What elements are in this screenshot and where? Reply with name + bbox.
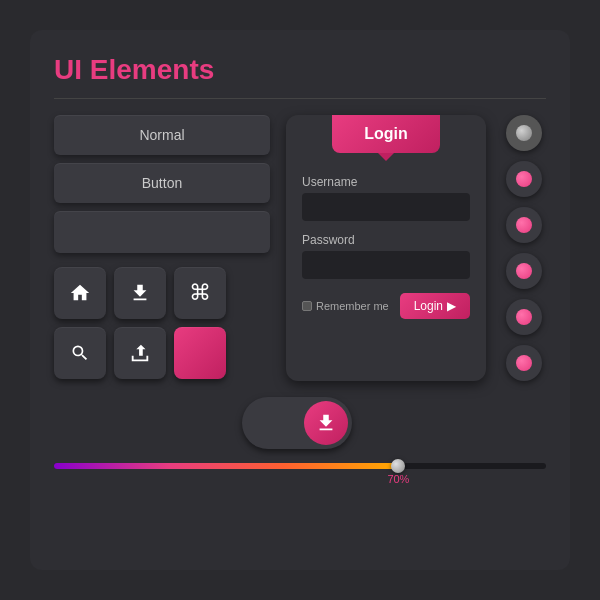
left-column: Normal Button ⌘: [54, 115, 270, 381]
remember-checkbox[interactable]: [302, 301, 312, 311]
home-icon: [69, 282, 91, 304]
search-button[interactable]: [54, 327, 106, 379]
download-button[interactable]: [114, 267, 166, 319]
button-button[interactable]: Button: [54, 163, 270, 203]
main-row: Normal Button ⌘: [54, 115, 546, 381]
download-icon: [129, 282, 151, 304]
search-icon: [70, 343, 90, 363]
radio-dot-gray: [516, 125, 532, 141]
bottom-row: [54, 397, 546, 449]
command-button[interactable]: ⌘: [174, 267, 226, 319]
username-input[interactable]: [302, 193, 470, 221]
username-label: Username: [302, 175, 357, 189]
toggle-slider[interactable]: [242, 397, 352, 449]
home-button[interactable]: [54, 267, 106, 319]
radio-item-4[interactable]: [506, 253, 542, 289]
progress-section: 70%: [54, 463, 546, 487]
radio-item-6[interactable]: [506, 345, 542, 381]
password-input[interactable]: [302, 251, 470, 279]
login-footer: Remember me Login ▶: [302, 293, 470, 319]
normal-button[interactable]: Normal: [54, 115, 270, 155]
password-label: Password: [302, 233, 355, 247]
radio-item-3[interactable]: [506, 207, 542, 243]
radio-item-5[interactable]: [506, 299, 542, 335]
icon-grid: ⌘: [54, 267, 270, 379]
login-arrow-icon: ▶: [447, 299, 456, 313]
login-tab: Login: [332, 115, 440, 153]
progress-label: 70%: [387, 473, 409, 485]
radio-column: [502, 115, 546, 381]
toggle-download-icon: [315, 412, 337, 434]
radio-dot-pink-3: [516, 263, 532, 279]
login-submit-button[interactable]: Login ▶: [400, 293, 470, 319]
upload-icon: [129, 342, 151, 364]
upload-button[interactable]: [114, 327, 166, 379]
command-icon: ⌘: [189, 280, 211, 306]
main-container: UI Elements Normal Button: [30, 30, 570, 570]
remember-label: Remember me: [316, 300, 389, 312]
page-title: UI Elements: [54, 54, 546, 86]
radio-dot-pink-1: [516, 171, 532, 187]
pink-square-button[interactable]: [174, 327, 226, 379]
radio-item-2[interactable]: [506, 161, 542, 197]
radio-dot-pink-2: [516, 217, 532, 233]
radio-dot-pink-5: [516, 355, 532, 371]
toggle-thumb: [304, 401, 348, 445]
login-panel: Login Username Password Remember me Logi…: [286, 115, 486, 381]
blank-button[interactable]: [54, 211, 270, 253]
remember-me-container[interactable]: Remember me: [302, 300, 389, 312]
radio-item-1[interactable]: [506, 115, 542, 151]
radio-dot-pink-4: [516, 309, 532, 325]
login-btn-label: Login: [414, 299, 443, 313]
divider: [54, 98, 546, 99]
